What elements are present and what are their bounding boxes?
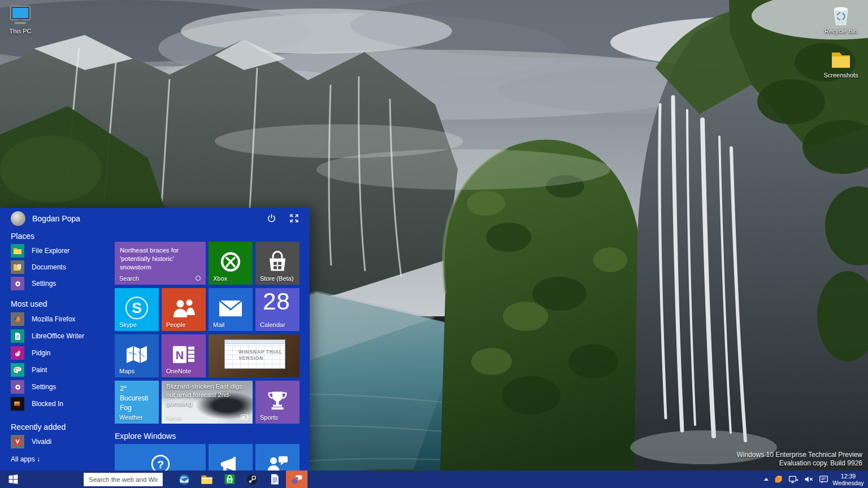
taskbar-app-steam[interactable] (241, 470, 263, 488)
taskbar-app-thunderbird[interactable] (173, 470, 196, 488)
vivaldi-icon (13, 437, 22, 446)
tile-store-beta[interactable]: Store (Beta) (255, 242, 300, 285)
weather-city: Bucuresti (120, 394, 148, 402)
pidgin-bird-icon (14, 349, 22, 358)
tile-xbox[interactable]: Xbox (209, 242, 253, 285)
tile-explore-feedback[interactable] (209, 444, 253, 470)
most-used-item-settings[interactable]: Settings (11, 380, 112, 394)
taskbar-search-input[interactable] (84, 473, 163, 486)
search-live-headline: Northeast braces for 'potentially histor… (120, 246, 200, 272)
tile-news[interactable]: Blizzard-stricken East digs out amid for… (162, 381, 253, 424)
tile-search[interactable]: Northeast braces for 'potentially histor… (115, 242, 206, 285)
action-center-icon[interactable] (819, 475, 828, 484)
tile-mail[interactable]: Mail (209, 288, 253, 331)
this-pc-icon (8, 5, 32, 26)
most-used-item-label: Mozilla Firefox (32, 315, 75, 323)
watermark-line1: Windows 10 Enterprise Technical Preview (736, 451, 862, 459)
taskbar: 12:39 Wednesday (0, 470, 868, 488)
evaluation-watermark: Windows 10 Enterprise Technical Preview … (736, 451, 862, 468)
tile-label: Mail (213, 321, 224, 328)
store-icon (224, 473, 236, 485)
tile-explore-contact[interactable] (255, 444, 300, 470)
start-menu: Bogdan Popa Places File Explorer (0, 208, 310, 470)
tile-label: Calendar (260, 321, 285, 328)
most-used-item-paint[interactable]: Paint (11, 363, 112, 377)
desktop-icon-label: Screenshots (823, 72, 858, 79)
tile-maps[interactable]: Maps (115, 334, 159, 377)
tile-explore-help[interactable]: ? (115, 444, 206, 470)
gear-icon (14, 383, 22, 391)
desktop-icon-this-pc[interactable]: This PC (0, 5, 41, 34)
places-item-settings[interactable]: Settings (11, 277, 112, 290)
svg-text:?: ? (157, 459, 164, 470)
power-icon (267, 213, 276, 223)
xbox-icon (219, 251, 242, 273)
weather-temperature: 2° (120, 384, 127, 393)
question-circle-icon: ? (149, 453, 172, 470)
tile-onenote[interactable]: N OneNote (162, 334, 206, 377)
firefox-icon (13, 315, 22, 324)
all-apps-button[interactable]: All apps ↓ (11, 455, 112, 463)
svg-text:S: S (132, 299, 141, 316)
clock-time: 12:39 (841, 473, 856, 480)
system-tray (764, 470, 828, 488)
watermark-line2: Evaluation copy. Build 9926 (736, 459, 862, 468)
hidden-icons-caret[interactable] (764, 478, 769, 481)
desktop-icon-label: This PC (9, 28, 31, 34)
most-used-item-pidgin[interactable]: Pidgin (11, 346, 112, 360)
user-account[interactable]: Bogdan Popa (11, 211, 112, 226)
volume-muted-icon[interactable] (804, 475, 814, 483)
store-bag-icon (266, 251, 289, 273)
tile-people[interactable]: People (162, 288, 206, 331)
places-item-file-explorer[interactable]: File Explorer (11, 244, 112, 258)
expand-start-button[interactable] (288, 212, 300, 224)
user-name: Bogdan Popa (32, 214, 80, 223)
tile-label: OneNote (166, 368, 191, 374)
tile-sports[interactable]: Sports (255, 381, 300, 424)
network-icon[interactable] (788, 475, 799, 484)
most-used-item-libreoffice-writer[interactable]: LibreOffice Writer (11, 329, 112, 343)
user-avatar (11, 211, 25, 226)
winsnap-window-thumbnail: WINSNAP TRIAL VERSION (224, 339, 285, 369)
most-used-item-label: LibreOffice Writer (32, 332, 84, 340)
section-header-recently-added: Recently added (11, 422, 112, 432)
calendar-date: 28 (263, 288, 290, 315)
tile-weather[interactable]: 2° Bucuresti Fog Weather (115, 381, 159, 424)
windows-start-icon (8, 474, 19, 485)
news-live-headline: Blizzard-stricken East digs out amid for… (166, 382, 248, 408)
taskbar-clock[interactable]: 12:39 Wednesday (831, 470, 866, 488)
newspaper-icon (241, 415, 248, 420)
tile-label: Search (119, 275, 139, 282)
notification-app-icon[interactable] (774, 474, 783, 484)
recently-added-item-vivaldi[interactable]: Vivaldi (11, 435, 112, 448)
taskbar-app-pidgin[interactable] (286, 470, 307, 488)
tile-label: Store (Beta) (260, 275, 293, 282)
tile-label: Maps (119, 368, 134, 374)
most-used-item-label: Blocked In (32, 400, 63, 408)
maps-icon (124, 345, 149, 365)
taskbar-app-file-explorer[interactable] (196, 470, 218, 488)
start-button[interactable] (0, 470, 26, 488)
file-explorer-icon (13, 247, 22, 255)
writer-document-icon (14, 332, 21, 341)
recently-added-item-label: Vivaldi (32, 438, 51, 446)
onenote-icon: N (171, 344, 197, 365)
documents-icon (13, 263, 22, 271)
blocked-in-icon (14, 400, 22, 408)
taskbar-app-store[interactable] (218, 470, 241, 488)
tile-winsnap-live-preview[interactable]: WINSNAP TRIAL VERSION (209, 334, 300, 377)
desktop-icon-recycle-bin[interactable]: Recycle Bin (821, 5, 861, 34)
section-header-explore-windows: Explore Windows (115, 432, 176, 441)
people-icon (171, 298, 196, 319)
tile-calendar[interactable]: 28 Calendar (255, 288, 300, 331)
taskbar-app-libreoffice-writer[interactable] (263, 470, 286, 488)
desktop-icon-screenshots[interactable]: Screenshots (821, 49, 861, 79)
tile-skype[interactable]: S Skype (115, 288, 159, 331)
most-used-item-blocked-in[interactable]: Blocked In (11, 397, 112, 411)
places-item-documents[interactable]: Documents (11, 260, 112, 274)
file-explorer-icon (201, 474, 213, 485)
pidgin-icon (290, 474, 303, 485)
power-button[interactable] (266, 212, 277, 224)
most-used-item-label: Settings (32, 383, 56, 391)
most-used-item-firefox[interactable]: Mozilla Firefox (11, 312, 112, 326)
